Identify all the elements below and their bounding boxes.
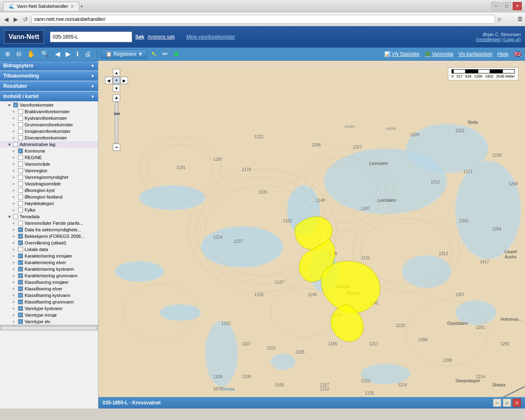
cb-vannforekomster[interactable]: ✓ bbox=[13, 103, 18, 107]
print-tool-button[interactable]: 🖨 bbox=[83, 50, 93, 59]
cb-hoyde[interactable] bbox=[18, 201, 23, 206]
cb-vtk[interactable]: ✓ bbox=[18, 306, 23, 311]
edit-tool-button[interactable]: ✏ bbox=[161, 49, 169, 59]
zoom-slider[interactable] bbox=[115, 102, 118, 143]
add-tool-button[interactable]: ⊕ bbox=[172, 49, 180, 59]
scrollbar-track[interactable] bbox=[1, 326, 97, 330]
tree-elvevann[interactable]: + Elvevannforekomster bbox=[0, 135, 98, 141]
tree-regine[interactable]: + REGINE bbox=[0, 154, 98, 161]
back-nav-tool-button[interactable]: ◀ bbox=[53, 49, 62, 59]
forward-button[interactable]: ▶ bbox=[12, 15, 20, 23]
hjelp-button[interactable]: Hjelp bbox=[498, 51, 509, 57]
tree-okoregion-fastland[interactable]: + Økoregion fastland bbox=[0, 194, 98, 200]
cb-vassdrag[interactable] bbox=[18, 181, 23, 186]
pan-north-button[interactable]: ▲ bbox=[113, 69, 120, 76]
tree-vannomrfp[interactable]: + Vannområder Første planfa... bbox=[0, 220, 98, 226]
cb-kli[interactable]: ✓ bbox=[18, 280, 23, 285]
tab-close-btn[interactable]: ✕ bbox=[71, 4, 74, 9]
tree-klass-grunnvann[interactable]: + ✓ Klassifisering grunnvann bbox=[0, 299, 98, 305]
tree-fylke[interactable]: + Fylke bbox=[0, 207, 98, 213]
tree-vannregion[interactable]: + Vannregion bbox=[0, 167, 98, 174]
minimize-button[interactable]: ─ bbox=[491, 2, 500, 10]
tree-vannomrade[interactable]: + Vannområde bbox=[0, 161, 98, 167]
address-bar[interactable] bbox=[31, 15, 495, 24]
cb-okf[interactable] bbox=[18, 194, 23, 199]
status-minimize-button[interactable]: ─ bbox=[493, 399, 501, 407]
map-area[interactable]: 1222 1296 1327 1187 1331 1152 1148 1197 … bbox=[98, 61, 525, 409]
maximize-button[interactable]: □ bbox=[502, 2, 511, 10]
cb-kk[interactable]: ✓ bbox=[18, 267, 23, 272]
pan-south-button[interactable]: ▼ bbox=[113, 84, 120, 92]
new-tab-button[interactable]: + bbox=[80, 3, 83, 9]
tree-kystvann[interactable]: + Kystvannforekomster bbox=[0, 115, 98, 121]
vannmiljo-button[interactable]: 🌿 Vannmiljø bbox=[425, 51, 453, 57]
cb-ki[interactable]: ✓ bbox=[18, 253, 23, 258]
tree-kar-grunnvann[interactable]: + ✓ Karakterisering grunnvann bbox=[0, 272, 98, 279]
tree-vanntype-innsjo[interactable]: + ✓ Vanntype innsjø bbox=[0, 312, 98, 318]
tree-kar-elver[interactable]: + ✓ Karakterisering elver bbox=[0, 259, 98, 266]
info-tool-button[interactable]: ℹ bbox=[75, 49, 80, 59]
status-restore-button[interactable]: □ bbox=[503, 399, 511, 407]
tree-okoregion-kyst[interactable]: + Økoregion kyst bbox=[0, 187, 98, 194]
logout-link[interactable]: (Logg ut) bbox=[503, 37, 521, 42]
cb-kommune[interactable]: ✓ bbox=[18, 148, 23, 153]
cb-klk[interactable]: ✓ bbox=[18, 293, 23, 298]
clear-search-button[interactable]: Avgrens søk bbox=[148, 34, 175, 40]
search-input[interactable] bbox=[50, 32, 132, 42]
browser-tab[interactable]: 🌊 Vann-Nett Saksbehandler ✕ bbox=[3, 2, 79, 11]
tree-brakkvann[interactable]: + Brakkvannforekomster bbox=[0, 108, 98, 115]
tree-klass-kystvann[interactable]: + ✓ Klassifisering kystvann bbox=[0, 292, 98, 299]
cb-lok[interactable] bbox=[18, 247, 23, 252]
cb-bekk[interactable]: ✓ bbox=[18, 234, 23, 239]
zoom-in-button[interactable]: + bbox=[113, 94, 120, 102]
tree-vannregionmyndighet[interactable]: + Vannregionmyndighet bbox=[0, 174, 98, 180]
cb-klg[interactable]: ✓ bbox=[18, 299, 23, 304]
identify-tool-button[interactable]: 🔍 bbox=[39, 49, 51, 59]
cb-vti[interactable]: ✓ bbox=[18, 313, 23, 317]
tree-temadata-group[interactable]: ▼ Temadata bbox=[0, 213, 98, 220]
pan-east-button[interactable]: ▶ bbox=[121, 77, 128, 84]
pan-tool-button[interactable]: ✋ bbox=[25, 49, 37, 59]
sidebar-section-resultater[interactable]: Resultater ▼ bbox=[0, 81, 98, 91]
tree-overvaking[interactable]: + ✓ Overvåkning (utkast) bbox=[0, 240, 98, 246]
sidebar-section-innhold[interactable]: Innhold i kartet ▼ bbox=[0, 91, 98, 101]
close-button[interactable]: ✕ bbox=[513, 2, 522, 10]
tree-kommune[interactable]: + ✓ Kommune bbox=[0, 148, 98, 154]
cb-brakkvann[interactable] bbox=[18, 109, 23, 114]
tree-klass-innsjo[interactable]: + ✓ Klassifisering innsjøer bbox=[0, 279, 98, 285]
register-button[interactable]: 📋 Registrere ▼ bbox=[101, 50, 147, 59]
cb-temadata[interactable] bbox=[13, 214, 18, 219]
tree-vannforekomster-group[interactable]: ▼ ✓ Vannforekomster bbox=[0, 102, 98, 108]
tree-klass-elver[interactable]: + ✓ Klassifisering elver bbox=[0, 285, 98, 292]
cursor-btn[interactable]: ↖ bbox=[150, 49, 158, 59]
tree-bekkekjemi[interactable]: + ✓ Bekkekjemi (FOREGS 2008... bbox=[0, 233, 98, 240]
cb-kystvann[interactable] bbox=[18, 116, 23, 121]
reload-button[interactable]: ↺ bbox=[21, 15, 30, 23]
back-button[interactable]: ◀ bbox=[2, 15, 10, 23]
cb-grunnvann[interactable] bbox=[18, 122, 23, 127]
tree-kar-innsjo[interactable]: + ✓ Karakterisering innsjøer bbox=[0, 253, 98, 259]
tree-grunnvann[interactable]: + Grunnvannsforekomster bbox=[0, 121, 98, 128]
cb-vfp[interactable] bbox=[18, 221, 23, 226]
sidebar-section-tilbakemelding[interactable]: Tilbakemelding ▼ bbox=[0, 71, 98, 81]
cb-admin[interactable] bbox=[13, 142, 18, 147]
cb-fylke[interactable] bbox=[18, 208, 23, 212]
cb-vte[interactable]: ✓ bbox=[18, 319, 23, 324]
home-tool-button[interactable]: ⊕ bbox=[3, 49, 12, 59]
tree-hoydekategori[interactable]: + Høydekategori bbox=[0, 200, 98, 207]
menu-button[interactable]: ☰ bbox=[518, 16, 523, 22]
tree-vassdrag[interactable]: + Vassdragsområde bbox=[0, 180, 98, 187]
sidebar-section-bidragsytere[interactable]: Bidragsytere ▼ bbox=[0, 61, 98, 71]
search-button[interactable]: Søk bbox=[135, 34, 144, 40]
mine-vannforekomster-button[interactable]: Mine vannforekomster bbox=[186, 34, 235, 40]
tree-vanntype-kystvann[interactable]: + ✓ Vanntype kystvann bbox=[0, 305, 98, 312]
bookmark-button[interactable]: ☆ bbox=[497, 16, 502, 23]
cb-ke[interactable]: ✓ bbox=[18, 260, 23, 265]
cb-innsjovann[interactable] bbox=[18, 129, 23, 134]
tree-vanntype-elv[interactable]: + ✓ Vanntype elv bbox=[0, 318, 98, 325]
cb-kg[interactable]: ✓ bbox=[18, 273, 23, 278]
zoom-out-button[interactable]: − bbox=[113, 144, 120, 151]
forward-nav-tool-button[interactable]: ▶ bbox=[64, 49, 72, 59]
zoom-out-tool-button[interactable]: ⊖ bbox=[14, 49, 23, 59]
cb-vrm[interactable] bbox=[18, 175, 23, 180]
